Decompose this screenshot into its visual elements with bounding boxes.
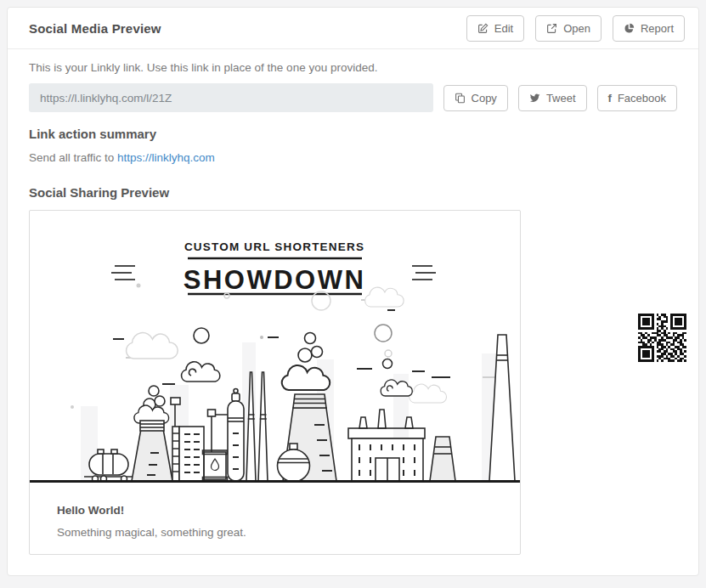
copy-button[interactable]: Copy xyxy=(443,85,508,111)
chimney-right xyxy=(430,437,455,481)
edit-icon xyxy=(477,23,489,34)
social-share-card: CUSTOM URL SHORTENERS SHOWDOWN xyxy=(29,210,521,555)
external-link-icon xyxy=(546,23,557,34)
left-lines-decor xyxy=(111,266,135,280)
facebook-button-label: Facebook xyxy=(618,92,666,105)
traffic-summary-text: Send all traffic to xyxy=(29,151,117,164)
copy-button-label: Copy xyxy=(472,92,497,105)
report-button-label: Report xyxy=(641,22,674,35)
illustration-headline: SHOWDOWN xyxy=(184,265,366,295)
twitter-icon xyxy=(529,93,540,104)
facebook-button[interactable]: f Facebook xyxy=(597,85,677,111)
smoke-left xyxy=(134,386,169,423)
illustration-title: CUSTOM URL SHORTENERS SHOWDOWN xyxy=(111,240,436,295)
open-button-label: Open xyxy=(563,22,590,35)
pie-chart-icon xyxy=(624,23,635,34)
oil-barrel xyxy=(203,450,228,481)
needle-chimneys xyxy=(246,372,268,481)
page-title: Social Media Preview xyxy=(29,21,161,36)
factory-building xyxy=(348,410,425,481)
cloud-dark-left xyxy=(182,362,220,382)
cloud-light-mid xyxy=(365,287,404,307)
cloud-light-left xyxy=(127,333,178,359)
panel-body: This is your Linkly link. Use this link … xyxy=(8,49,698,555)
header-actions: Edit Open Report xyxy=(466,15,685,42)
right-lines-decor xyxy=(412,266,436,280)
traffic-summary: Send all traffic to https://linklyhq.com xyxy=(29,151,677,164)
social-media-preview-panel: Social Media Preview Edit Open xyxy=(7,7,699,576)
card-footer: Hello World! Something magical, somethin… xyxy=(30,483,520,554)
short-link-row: Copy Tweet f Facebook xyxy=(29,83,677,112)
droplet-icon xyxy=(212,459,219,471)
tweet-button[interactable]: Tweet xyxy=(518,85,587,111)
open-button[interactable]: Open xyxy=(535,15,602,42)
report-button[interactable]: Report xyxy=(613,15,685,42)
cooling-tower-left xyxy=(132,421,172,481)
social-sharing-preview-heading: Social Sharing Preview xyxy=(29,185,677,200)
short-link-input[interactable] xyxy=(29,83,433,112)
panel-header: Social Media Preview Edit Open xyxy=(8,8,698,49)
copy-icon xyxy=(455,93,466,104)
destination-link[interactable]: https://linklyhq.com xyxy=(117,151,215,164)
factory-illustration: CUSTOM URL SHORTENERS SHOWDOWN xyxy=(30,211,520,483)
tweet-button-label: Tweet xyxy=(546,92,576,105)
illustration-kicker: CUSTOM URL SHORTENERS xyxy=(184,240,364,253)
qr-code xyxy=(638,314,686,362)
link-action-summary-heading: Link action summary xyxy=(29,127,677,141)
facebook-icon: f xyxy=(608,93,612,104)
card-title: Hello World! xyxy=(57,504,493,517)
edit-button[interactable]: Edit xyxy=(466,15,524,42)
card-description: Something magical, something great. xyxy=(57,526,493,539)
cloud-light-right xyxy=(409,384,447,403)
intro-text: This is your Linkly link. Use this link … xyxy=(29,61,677,74)
edit-button-label: Edit xyxy=(494,22,513,35)
